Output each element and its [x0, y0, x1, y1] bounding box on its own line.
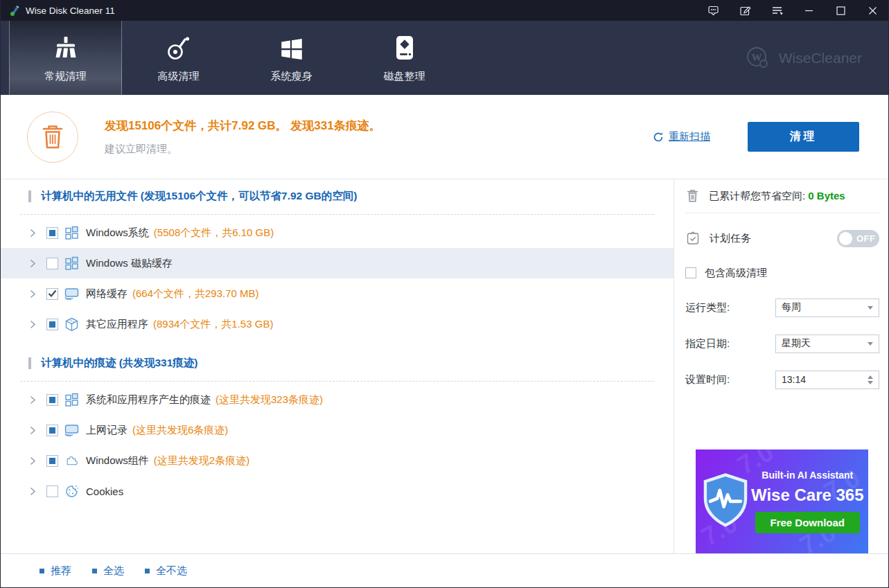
row-checkbox[interactable] [46, 319, 58, 330]
tab-system-slim[interactable]: 系统瘦身 [235, 21, 348, 95]
row-checkbox[interactable] [46, 455, 58, 467]
bullet-icon [39, 569, 44, 573]
svg-text:W: W [751, 51, 762, 62]
bullet-icon [145, 569, 150, 573]
chevron-right-icon[interactable] [30, 320, 46, 329]
list-item[interactable]: 系统和应用程序产生的痕迹(这里共发现323条痕迹) [1, 384, 674, 415]
row-checkbox[interactable] [46, 394, 58, 406]
wise-care-ad-banner[interactable]: 7.0 7.0 7.0 7.0 Built-in AI Assistant Wi… [696, 449, 868, 553]
toggle-knob [839, 232, 852, 245]
select-all-link[interactable]: 全选 [92, 564, 124, 578]
list-item[interactable]: 上网记录(这里共发现6条痕迹) [1, 415, 674, 445]
field-label: 指定日期: [685, 337, 730, 350]
app-box-icon [64, 317, 80, 332]
row-detail: (8934个文件，共1.53 GB) [153, 318, 273, 331]
row-checkbox[interactable] [46, 227, 58, 239]
maximize-button[interactable] [825, 0, 856, 21]
windows-tiles-icon [64, 226, 80, 240]
section-bar [28, 357, 31, 369]
tab-common-clean[interactable]: 常规清理 [9, 21, 122, 95]
chevron-right-icon[interactable] [30, 229, 46, 238]
row-detail: (664个文件，共293.70 MB) [132, 287, 259, 301]
windows-tiles-icon [64, 393, 80, 407]
row-detail: (这里共发现6条痕迹) [132, 424, 228, 437]
list-item[interactable]: Windows组件(这里共发现2条痕迹) [1, 445, 674, 476]
row-label: Cookies [86, 485, 123, 497]
run-type-select[interactable]: 每周 [775, 299, 879, 317]
tab-label: 常规清理 [45, 70, 87, 83]
chevron-right-icon[interactable] [30, 426, 46, 435]
row-label: 其它应用程序 [86, 318, 148, 331]
broom-icon [52, 33, 80, 62]
trash-icon [27, 112, 78, 163]
row-checkbox[interactable] [46, 425, 58, 436]
list-item[interactable]: 网络缓存(664个文件，共293.70 MB) [1, 278, 674, 309]
free-download-button[interactable]: Free Download [755, 512, 861, 533]
list-item[interactable]: Cookies [1, 476, 674, 506]
clean-button[interactable]: 清理 [748, 122, 859, 152]
row-checkbox[interactable] [46, 485, 58, 497]
feedback-button[interactable] [697, 0, 729, 21]
chevron-right-icon[interactable] [30, 289, 46, 299]
chevron-right-icon[interactable] [30, 487, 46, 496]
app-window: Wise Disk Cleaner 11 [0, 0, 889, 588]
section-bar [28, 190, 31, 202]
chevron-down-icon [868, 342, 873, 346]
day-select[interactable]: 星期天 [775, 335, 879, 353]
app-logo-icon [9, 5, 20, 16]
chevron-down-icon [868, 306, 873, 310]
spinner-down-icon[interactable] [868, 381, 873, 384]
ad-product-name: Wise Care 365 [751, 485, 864, 505]
list-item[interactable]: 其它应用程序(8934个文件，共1.53 GB) [1, 309, 674, 339]
scan-suggestion: 建议立即清理。 [105, 143, 381, 156]
include-advanced-checkbox[interactable] [685, 267, 696, 278]
row-label: Windows 磁贴缓存 [86, 257, 173, 270]
notes-button[interactable] [729, 0, 761, 21]
row-label: 系统和应用程序产生的痕迹 [86, 393, 211, 407]
toggle-state-label: OFF [856, 233, 876, 244]
row-detail: (5508个文件，共6.10 GB) [154, 226, 274, 240]
section-title: 计算机中的痕迹 (共发现331痕迹) [41, 356, 198, 371]
close-button[interactable] [856, 0, 888, 21]
select-none-link[interactable]: 全不选 [145, 564, 187, 578]
list-item[interactable]: Windows 磁贴缓存 [1, 248, 674, 278]
disk-icon [391, 33, 418, 62]
time-value: 13:14 [782, 374, 868, 385]
row-checkbox[interactable] [46, 258, 58, 269]
tab-label: 高级清理 [158, 70, 200, 83]
tab-label: 系统瘦身 [271, 70, 313, 83]
chevron-right-icon[interactable] [30, 395, 46, 404]
footer-bar: 推荐 全选 全不选 [1, 553, 888, 587]
recommend-link[interactable]: 推荐 [39, 564, 71, 578]
time-spinner[interactable]: 13:14 [775, 371, 879, 389]
row-label: 上网记录 [86, 424, 127, 437]
tab-disk-defrag[interactable]: 磁盘整理 [348, 21, 461, 95]
saved-space-label: 已累计帮您节省空间: [709, 190, 805, 202]
saved-space-value: 0 Bytes [808, 190, 845, 202]
schedule-toggle[interactable]: OFF [837, 230, 879, 247]
chevron-right-icon[interactable] [30, 456, 46, 465]
scan-result-headline: 发现15106个文件，共计7.92 GB。 发现331条痕迹。 [105, 118, 381, 134]
spinner-up-icon[interactable] [868, 375, 873, 379]
chevron-right-icon[interactable] [30, 259, 46, 268]
list-item[interactable]: Windows系统(5508个文件，共6.10 GB) [1, 217, 674, 248]
wise-care-shield-icon [700, 472, 751, 531]
selected-value: 星期天 [782, 337, 868, 350]
minimize-button[interactable] [793, 0, 825, 21]
windows-tiles-icon [64, 256, 80, 271]
cleanup-list: 计算机中的无用文件 (发现15106个文件，可以节省7.92 GB的空间)Win… [1, 179, 674, 553]
tab-label: 磁盘整理 [384, 70, 425, 83]
browser-cache-icon [64, 287, 80, 301]
row-checkbox[interactable] [46, 288, 58, 300]
section-header: 计算机中的无用文件 (发现15106个文件，可以节省7.92 GB的空间) [1, 179, 674, 213]
form-row: 运行类型:每周 [685, 294, 879, 321]
vacuum-icon [165, 33, 193, 62]
rescan-link[interactable]: 重新扫描 [653, 130, 710, 143]
bullet-icon [92, 569, 97, 573]
cookie-icon [64, 484, 80, 499]
ad-tagline: Built-in AI Assistant [762, 470, 853, 481]
dashed-divider [20, 214, 654, 215]
form-row: 设置时间:13:14 [685, 366, 879, 393]
tab-advanced-clean[interactable]: 高级清理 [122, 21, 235, 95]
menu-button[interactable] [761, 0, 793, 21]
